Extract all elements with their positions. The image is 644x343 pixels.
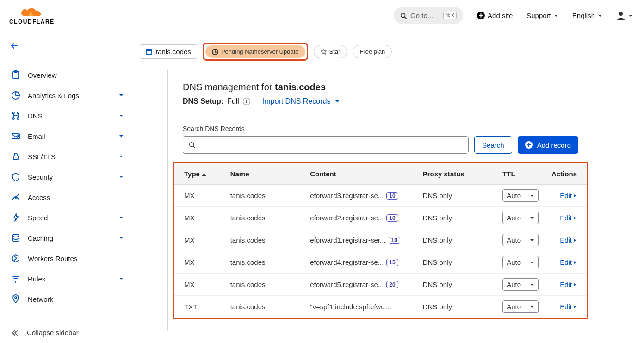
- edit-button[interactable]: Edit: [560, 236, 577, 244]
- sidebar-item-label: Security: [28, 173, 119, 181]
- sidebar-item-label: Overview: [28, 71, 124, 79]
- dns-icon: [11, 111, 20, 120]
- table-row: TXTtanis.codes"v=spf1 include:spf.efwd.r…: [174, 296, 587, 318]
- sidebar-item-ssl[interactable]: SSL/TLS: [0, 146, 130, 167]
- ttl-select[interactable]: Auto: [502, 300, 539, 313]
- ttl-select[interactable]: Auto: [502, 189, 539, 202]
- dns-search-input[interactable]: [183, 136, 469, 154]
- info-icon[interactable]: i: [243, 98, 250, 105]
- edit-button[interactable]: Edit: [560, 281, 577, 288]
- sidebar-item-speed[interactable]: Speed: [0, 207, 130, 228]
- col-proxy[interactable]: Proxy status: [418, 163, 498, 185]
- record-type: MX: [174, 185, 226, 207]
- svg-line-1: [405, 17, 407, 19]
- caret-down-icon: [530, 238, 534, 243]
- sidebar-item-network[interactable]: Network: [0, 289, 130, 309]
- sidebar-item-label: Caching: [28, 234, 119, 242]
- edit-label: Edit: [560, 258, 572, 266]
- record-type: TXT: [174, 296, 226, 318]
- dns-table-highlight: Type Name Content Proxy status TTL Actio…: [173, 162, 588, 319]
- record-name: tanis.codes: [226, 185, 306, 207]
- caret-down-icon: [119, 154, 124, 159]
- sidebar-item-label: Network: [28, 295, 124, 303]
- import-label: Import DNS Records: [262, 97, 331, 106]
- caret-down-icon: [119, 236, 124, 240]
- domain-selector[interactable]: tanis.codes: [140, 44, 197, 59]
- plus-circle-icon: [525, 141, 533, 149]
- sidebar-item-overview[interactable]: Overview: [0, 65, 130, 85]
- email-icon: [11, 131, 20, 141]
- sidebar-item-workers[interactable]: Workers Routes: [0, 248, 130, 268]
- search-icon: [400, 12, 407, 19]
- account-menu[interactable]: [616, 11, 633, 20]
- clock-icon: [212, 49, 218, 55]
- add-site-label: Add site: [488, 12, 513, 19]
- priority-badge: 15: [386, 259, 398, 266]
- priority-badge: 20: [386, 281, 398, 288]
- edit-label: Edit: [560, 303, 572, 311]
- edit-button[interactable]: Edit: [560, 214, 577, 222]
- language-menu[interactable]: English: [572, 12, 602, 19]
- record-content: eforward2.registrar-se...: [310, 214, 384, 222]
- caching-icon: [11, 233, 20, 243]
- user-icon: [616, 11, 625, 20]
- col-ttl[interactable]: TTL: [498, 163, 545, 185]
- logo[interactable]: CLOUDFLARE: [9, 6, 55, 25]
- star-label: Star: [329, 48, 341, 55]
- import-dns-link[interactable]: Import DNS Records: [262, 97, 340, 106]
- add-site-link[interactable]: Add site: [477, 12, 513, 19]
- table-row: MXtanis.codeseforward1.registrar-ser...1…: [174, 229, 587, 251]
- col-name[interactable]: Name: [226, 163, 306, 185]
- record-name: tanis.codes: [226, 274, 306, 296]
- add-record-button[interactable]: Add record: [518, 136, 578, 154]
- sidebar-item-label: SSL/TLS: [28, 153, 119, 161]
- sidebar-item-security[interactable]: Security: [0, 167, 130, 187]
- caret-down-icon: [119, 276, 124, 281]
- record-content: eforward1.registrar-ser...: [310, 236, 385, 244]
- search-placeholder: Go to...: [410, 12, 440, 19]
- plus-circle-icon: [477, 12, 485, 19]
- ttl-select[interactable]: Auto: [502, 234, 539, 246]
- caret-down-icon: [119, 175, 124, 179]
- svg-marker-21: [12, 255, 19, 262]
- caret-down-icon: [530, 305, 534, 309]
- sidebar-item-caching[interactable]: Caching: [0, 228, 130, 248]
- access-icon: [11, 193, 20, 202]
- ttl-value: Auto: [507, 258, 521, 266]
- chevrons-left-icon: [11, 329, 19, 337]
- sidebar-item-email[interactable]: Email: [0, 126, 130, 146]
- col-content[interactable]: Content: [305, 163, 418, 185]
- svg-rect-27: [146, 50, 152, 54]
- star-button[interactable]: Star: [314, 45, 347, 58]
- sidebar-item-rules[interactable]: Rules: [0, 268, 130, 289]
- global-search[interactable]: Go to... ⌘ K: [394, 7, 463, 24]
- domain-name: tanis.codes: [156, 48, 191, 56]
- sidebar-item-label: Email: [28, 132, 119, 140]
- search-label: Search DNS Records: [183, 125, 578, 132]
- collapse-sidebar[interactable]: Collapse sidebar: [0, 322, 130, 343]
- record-proxy: DNS only: [418, 229, 498, 251]
- edit-button[interactable]: Edit: [560, 258, 577, 266]
- ttl-select[interactable]: Auto: [502, 256, 539, 268]
- sidebar-item-dns[interactable]: DNS: [0, 106, 130, 126]
- add-record-label: Add record: [537, 141, 571, 149]
- sidebar-item-access[interactable]: Access: [0, 187, 130, 207]
- language-label: English: [572, 12, 595, 19]
- edit-label: Edit: [560, 281, 572, 288]
- support-menu[interactable]: Support: [526, 12, 558, 19]
- sidebar-item-analytics[interactable]: Analytics & Logs: [0, 85, 130, 106]
- caret-down-icon: [119, 134, 124, 138]
- ttl-select[interactable]: Auto: [502, 212, 539, 224]
- chevron-right-icon: [573, 216, 577, 220]
- page-title: DNS management for tanis.codes: [183, 82, 578, 93]
- setup-label: DNS Setup:: [183, 97, 223, 106]
- svg-marker-30: [321, 49, 326, 54]
- ttl-select[interactable]: Auto: [502, 278, 539, 291]
- search-button[interactable]: Search: [474, 136, 512, 154]
- plan-chip[interactable]: Free plan: [353, 45, 392, 58]
- col-type[interactable]: Type: [174, 163, 226, 185]
- edit-button[interactable]: Edit: [560, 303, 577, 311]
- overview-icon: [11, 70, 20, 80]
- edit-button[interactable]: Edit: [560, 192, 577, 200]
- back-button[interactable]: [0, 31, 130, 60]
